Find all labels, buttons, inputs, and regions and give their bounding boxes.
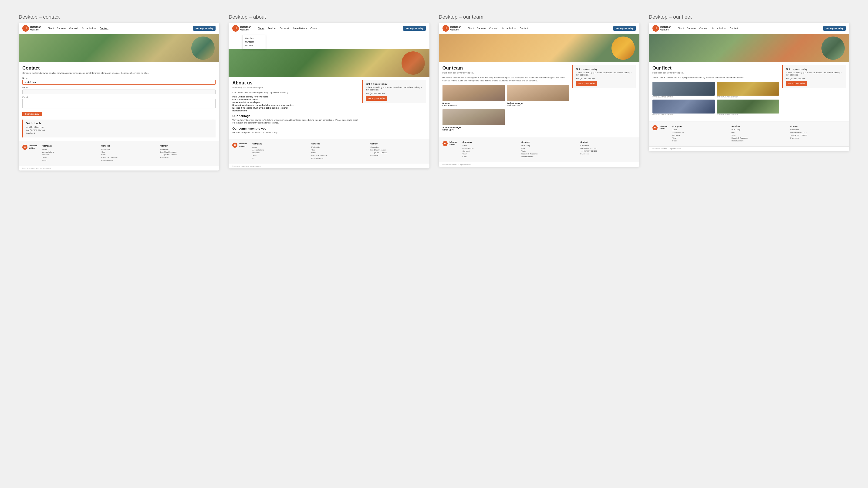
dropdown-item-our-team[interactable]: Our team (245, 40, 263, 44)
footer-col-item[interactable]: Accreditations (463, 147, 518, 149)
nav-logo[interactable]: H HeffernanUtilities (232, 25, 251, 32)
footer-col-item[interactable]: Multi-utility (101, 148, 156, 150)
footer-col-item[interactable]: info@lhutilities.com (580, 147, 636, 149)
nav-link-services[interactable]: Services (57, 27, 66, 30)
footer-col-item[interactable]: Accreditations (42, 151, 97, 153)
footer-col-item[interactable]: info@lhutilities.com (370, 149, 426, 151)
nav-link-contact[interactable]: Contact (730, 27, 738, 30)
footer-col-item[interactable]: Electric & Telecoms (521, 153, 577, 155)
footer-col-item[interactable]: Reinstatement (101, 159, 156, 161)
footer-col-item[interactable]: Contact us (370, 146, 426, 148)
nav-cta-button[interactable]: Get a quote today (613, 26, 636, 31)
nav-link-about[interactable]: About (48, 27, 54, 30)
footer-col-item[interactable]: Water (521, 150, 577, 152)
footer-col-item[interactable]: Team (42, 157, 97, 159)
footer-col-item[interactable]: Electric & Telecoms (311, 155, 367, 157)
footer-col-item[interactable]: Electric & Telecoms (101, 157, 156, 159)
footer-col-item[interactable]: Team (252, 155, 308, 157)
footer-col-item[interactable]: Gas (311, 149, 367, 151)
dropdown-item-our-fleet[interactable]: Our fleet (245, 44, 263, 47)
nav-link-our-work[interactable]: Our work (699, 27, 709, 30)
quote-box-phone[interactable]: +44 (0)7557 914109 (366, 92, 423, 95)
footer-col-item[interactable]: Team (463, 153, 518, 155)
footer-col-item[interactable]: Contact us (580, 144, 636, 147)
footer-col-item[interactable]: Facebook (160, 157, 216, 159)
nav-link-contact[interactable]: Contact (520, 27, 528, 30)
footer-col-item[interactable]: info@lhutilities.com (790, 131, 846, 133)
nav-cta-button[interactable]: Get a quote today (403, 26, 426, 31)
footer-col-item[interactable]: +44 (0)7557 914109 (160, 154, 216, 156)
quote-box-button[interactable]: Get a quote today (366, 96, 387, 101)
footer-col-item[interactable]: Team (673, 137, 727, 139)
enquiry-textarea[interactable] (22, 99, 216, 108)
footer-col-item[interactable]: About (463, 144, 518, 147)
nav-link-contact[interactable]: Contact (311, 27, 318, 30)
nav-link-our-work[interactable]: Our work (489, 27, 499, 30)
footer-col-item[interactable]: Accreditations (252, 149, 308, 151)
footer-col-item[interactable]: Gas (521, 147, 577, 149)
footer-col-item[interactable]: Water (101, 154, 156, 156)
nav-link-our-work[interactable]: Our work (69, 27, 79, 30)
footer-col-item[interactable]: Reinstatement (311, 157, 367, 159)
nav-logo[interactable]: H HeffernanUtilities (22, 25, 41, 32)
footer-col-item[interactable]: info@lhutilities.com (160, 151, 216, 153)
footer-col-item[interactable]: +44 (0)7557 914109 (790, 134, 846, 136)
footer-col-item[interactable]: About (673, 129, 727, 131)
nav-logo[interactable]: H HeffernanUtilities (442, 25, 461, 32)
nav-link-accreditations[interactable]: Accreditations (292, 27, 307, 30)
nav-link-services[interactable]: Services (268, 27, 277, 30)
nav-link-services[interactable]: Services (477, 27, 486, 30)
footer-col-item[interactable]: Fleet (252, 157, 308, 159)
footer-col-item[interactable]: Our work (252, 152, 308, 154)
footer-col-item[interactable]: Facebook (790, 137, 846, 139)
nav-logo[interactable]: H HeffernanUtilities (652, 25, 671, 32)
footer-col-item[interactable]: Our work (673, 134, 727, 136)
footer-col-item[interactable]: Facebook (580, 153, 636, 155)
quote-box-phone[interactable]: +44 (0)7557 914109 (576, 77, 633, 80)
nav-link-accreditations[interactable]: Accreditations (502, 27, 517, 30)
git-email[interactable]: info@lhutilities.com (26, 126, 213, 128)
footer-col-item[interactable]: Our work (42, 154, 97, 156)
nav-link-about[interactable]: About (678, 27, 684, 30)
footer-col-item[interactable]: Fleet (673, 140, 727, 142)
footer-col-item[interactable]: Gas (101, 151, 156, 153)
footer-col-item[interactable]: Water (731, 134, 786, 136)
footer-col-item[interactable]: Fleet (463, 156, 518, 158)
footer-col-item[interactable]: Multi-utility (521, 144, 577, 147)
git-facebook[interactable]: Facebook (26, 132, 213, 134)
footer-col-item[interactable]: Fleet (42, 159, 97, 161)
name-input[interactable] (22, 80, 216, 85)
footer-col-item[interactable]: Our work (463, 150, 518, 152)
footer-col-item[interactable]: Multi-utility (311, 146, 367, 148)
git-phone[interactable]: +44 (0)7557 914109 (26, 129, 213, 131)
nav-link-about[interactable]: About (258, 27, 265, 30)
dropdown-item-about-us[interactable]: About us (245, 36, 263, 40)
nav-link-accreditations[interactable]: Accreditations (712, 27, 727, 30)
footer-col-item[interactable]: Contact us (790, 129, 846, 131)
nav-link-about[interactable]: About (468, 27, 474, 30)
quote-box-phone[interactable]: +44 (0)7557 914109 (786, 77, 843, 80)
quote-box-button[interactable]: Get a quote today (786, 81, 807, 86)
nav-link-services[interactable]: Services (687, 27, 696, 30)
quote-box-button[interactable]: Get a quote today (576, 81, 597, 86)
footer-col-item[interactable]: +44 (0)7557 914109 (580, 150, 636, 152)
footer-col-item[interactable]: Facebook (370, 155, 426, 157)
nav-link-our-work[interactable]: Our work (280, 27, 289, 30)
footer-col-item[interactable]: Electric & Telecoms (731, 137, 786, 139)
nav-cta-button[interactable]: Get a quote today (823, 26, 846, 31)
footer-col-item[interactable]: Multi-utility (731, 129, 786, 131)
footer-col-item[interactable]: Accreditations (673, 131, 727, 133)
nav-link-contact[interactable]: Contact (100, 27, 108, 30)
nav-link-accreditations[interactable]: Accreditations (82, 27, 97, 30)
footer-col-item[interactable]: Reinstatement (731, 140, 786, 142)
footer-col-item[interactable]: +44 (0)7557 914109 (370, 152, 426, 154)
footer-col-item[interactable]: About (42, 148, 97, 150)
footer-col-item[interactable]: Water (311, 152, 367, 154)
footer-col-item[interactable]: Reinstatement (521, 156, 577, 158)
footer-col-item[interactable]: Contact us (160, 148, 216, 150)
email-input[interactable] (22, 90, 216, 94)
nav-cta-button[interactable]: Get a quote today (193, 26, 216, 31)
footer-col-item[interactable]: Gas (731, 131, 786, 133)
footer-col-item[interactable]: About (252, 146, 308, 148)
submit-button[interactable]: Submit enquiry (22, 112, 42, 116)
